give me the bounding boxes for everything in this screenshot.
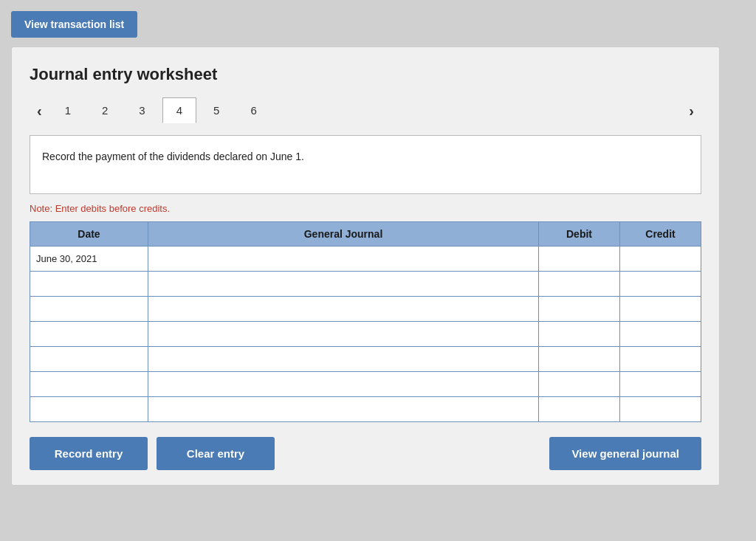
debit-cell-6[interactable] [539, 372, 620, 397]
view-transaction-list-button[interactable]: View transaction list [11, 11, 137, 38]
credit-cell-1[interactable] [620, 247, 701, 272]
debit-input-5[interactable] [539, 347, 619, 371]
bottom-buttons: Record entry Clear entry View general jo… [30, 437, 701, 470]
journal-cell-3[interactable] [148, 297, 539, 322]
journal-cell-1[interactable] [148, 247, 539, 272]
journal-input-4[interactable] [148, 322, 538, 346]
table-row [30, 372, 701, 397]
journal-input-1[interactable] [148, 247, 538, 271]
table-row: June 30, 2021 [30, 247, 701, 272]
clear-entry-button[interactable]: Clear entry [157, 437, 275, 470]
date-cell-4 [30, 322, 148, 347]
table-row [30, 322, 701, 347]
table-row [30, 297, 701, 322]
note-text: Note: Enter debits before credits. [30, 203, 701, 214]
debit-cell-1[interactable] [539, 247, 620, 272]
tab-1[interactable]: 1 [51, 97, 85, 123]
tab-2[interactable]: 2 [88, 97, 122, 123]
header-general-journal: General Journal [148, 222, 539, 247]
journal-cell-4[interactable] [148, 322, 539, 347]
credit-input-3[interactable] [620, 297, 701, 321]
journal-cell-7[interactable] [148, 397, 539, 422]
instruction-box: Record the payment of the dividends decl… [30, 135, 701, 194]
credit-input-1[interactable] [620, 247, 701, 271]
tab-4[interactable]: 4 [162, 97, 196, 123]
tab-navigation: ‹ 1 2 3 4 5 6 › [30, 97, 701, 123]
debit-input-3[interactable] [539, 297, 619, 321]
debit-cell-5[interactable] [539, 347, 620, 372]
top-bar: View transaction list [11, 11, 745, 38]
credit-cell-6[interactable] [620, 372, 701, 397]
credit-input-2[interactable] [620, 272, 701, 296]
journal-input-6[interactable] [148, 372, 538, 396]
table-row [30, 272, 701, 297]
debit-input-4[interactable] [539, 322, 619, 346]
credit-cell-3[interactable] [620, 297, 701, 322]
date-cell-3 [30, 297, 148, 322]
tab-3[interactable]: 3 [125, 97, 159, 123]
debit-input-6[interactable] [539, 372, 619, 396]
credit-cell-5[interactable] [620, 347, 701, 372]
credit-input-6[interactable] [620, 372, 701, 396]
journal-input-7[interactable] [148, 397, 538, 421]
journal-input-2[interactable] [148, 272, 538, 296]
worksheet-container: Journal entry worksheet ‹ 1 2 3 4 5 6 › … [11, 46, 720, 486]
journal-table: Date General Journal Debit Credit June 3… [30, 221, 701, 422]
journal-input-3[interactable] [148, 297, 538, 321]
credit-input-4[interactable] [620, 322, 701, 346]
date-cell-1: June 30, 2021 [30, 247, 148, 272]
instruction-text: Record the payment of the dividends decl… [42, 151, 304, 162]
debit-input-7[interactable] [539, 397, 619, 421]
credit-input-5[interactable] [620, 347, 701, 371]
debit-cell-2[interactable] [539, 272, 620, 297]
record-entry-button[interactable]: Record entry [30, 437, 148, 470]
table-row [30, 397, 701, 422]
debit-input-2[interactable] [539, 272, 619, 296]
tab-5[interactable]: 5 [199, 97, 233, 123]
table-row [30, 347, 701, 372]
view-general-journal-button[interactable]: View general journal [549, 437, 701, 470]
header-debit: Debit [539, 222, 620, 247]
credit-input-7[interactable] [620, 397, 701, 421]
header-credit: Credit [620, 222, 701, 247]
journal-cell-5[interactable] [148, 347, 539, 372]
tab-prev-arrow[interactable]: ‹ [30, 99, 49, 123]
worksheet-title: Journal entry worksheet [30, 65, 701, 84]
debit-cell-4[interactable] [539, 322, 620, 347]
date-cell-5 [30, 347, 148, 372]
tab-next-arrow[interactable]: › [681, 99, 701, 123]
debit-cell-7[interactable] [539, 397, 620, 422]
date-cell-2 [30, 272, 148, 297]
journal-cell-6[interactable] [148, 372, 539, 397]
credit-cell-7[interactable] [620, 397, 701, 422]
debit-input-1[interactable] [539, 247, 619, 271]
header-date: Date [30, 222, 148, 247]
journal-input-5[interactable] [148, 347, 538, 371]
debit-cell-3[interactable] [539, 297, 620, 322]
tab-6[interactable]: 6 [236, 97, 270, 123]
journal-cell-2[interactable] [148, 272, 539, 297]
credit-cell-2[interactable] [620, 272, 701, 297]
date-cell-6 [30, 372, 148, 397]
date-cell-7 [30, 397, 148, 422]
credit-cell-4[interactable] [620, 322, 701, 347]
